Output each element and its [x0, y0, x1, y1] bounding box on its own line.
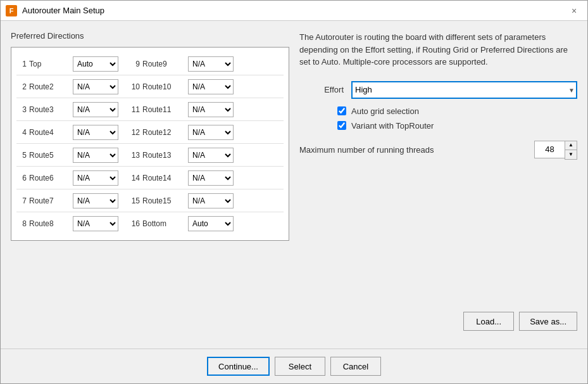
- direction-select-left[interactable]: N/AAutoHorizontalVerticalDiagonalAny: [73, 125, 118, 140]
- main-window: F Autorouter Main Setup × Preferred Dire…: [0, 0, 588, 384]
- auto-grid-label: Auto grid selection: [351, 106, 419, 116]
- auto-grid-checkbox[interactable]: [337, 106, 346, 115]
- direction-select-right[interactable]: N/AAutoHorizontalVerticalDiagonalAny: [188, 125, 234, 140]
- row-label-left: Route2: [29, 82, 70, 91]
- row-label-left: Route4: [29, 128, 70, 137]
- threads-input[interactable]: [534, 141, 565, 158]
- row-num-right: 13: [126, 151, 140, 160]
- cancel-button[interactable]: Cancel: [330, 357, 381, 376]
- row-num-left: 8: [16, 219, 27, 228]
- auto-grid-row: Auto grid selection: [337, 106, 577, 116]
- row-dropdown-left: N/AAutoHorizontalVerticalDiagonalAny: [73, 56, 118, 72]
- app-icon: F: [6, 5, 17, 16]
- row-dropdown-left: N/AAutoHorizontalVerticalDiagonalAny: [73, 102, 118, 117]
- variant-label: Variant with TopRouter: [351, 121, 434, 131]
- variant-checkbox[interactable]: [337, 121, 346, 130]
- grid-row: 1 Top N/AAutoHorizontalVerticalDiagonalA…: [16, 53, 284, 75]
- left-panel: Preferred Directions 1 Top N/AAutoHorizo…: [11, 31, 289, 338]
- direction-select-left[interactable]: N/AAutoHorizontalVerticalDiagonalAny: [73, 79, 118, 94]
- grid-row: 2 Route2 N/AAutoHorizontalVerticalDiagon…: [16, 75, 284, 98]
- direction-select-right[interactable]: N/AAutoHorizontalVerticalDiagonalAny: [188, 170, 234, 186]
- grid-row: 6 Route6 N/AAutoHorizontalVerticalDiagon…: [16, 167, 284, 189]
- threads-row: Maximum number of running threads ▲ ▼: [299, 141, 577, 160]
- row-dropdown-left: N/AAutoHorizontalVerticalDiagonalAny: [73, 170, 118, 186]
- row-num-right: 14: [126, 174, 140, 182]
- direction-select-left[interactable]: N/AAutoHorizontalVerticalDiagonalAny: [73, 148, 118, 163]
- row-num-left: 2: [16, 82, 27, 91]
- row-label-right: Route10: [142, 82, 185, 91]
- row-num-left: 5: [16, 151, 27, 160]
- continue-button[interactable]: Continue...: [207, 357, 270, 376]
- grid-row: 4 Route4 N/AAutoHorizontalVerticalDiagon…: [16, 121, 284, 144]
- direction-select-left[interactable]: N/AAutoHorizontalVerticalDiagonalAny: [73, 56, 118, 72]
- row-label-left: Top: [29, 60, 70, 68]
- row-dropdown-right: N/AAutoHorizontalVerticalDiagonalAny: [188, 79, 234, 94]
- row-label-right: Bottom: [142, 219, 185, 228]
- grid-row: 5 Route5 N/AAutoHorizontalVerticalDiagon…: [16, 144, 284, 167]
- row-num-right: 9: [126, 60, 140, 68]
- row-num-right: 15: [126, 196, 140, 205]
- row-num-left: 4: [16, 128, 27, 137]
- row-label-left: Route7: [29, 196, 70, 205]
- row-dropdown-left: N/AAutoHorizontalVerticalDiagonalAny: [73, 79, 118, 94]
- variant-row: Variant with TopRouter: [337, 121, 577, 131]
- row-label-left: Route8: [29, 219, 70, 228]
- titlebar-left: F Autorouter Main Setup: [6, 5, 104, 16]
- content-area: Preferred Directions 1 Top N/AAutoHorizo…: [1, 21, 587, 349]
- row-label-right: Route9: [142, 60, 185, 68]
- row-num-left: 7: [16, 196, 27, 205]
- right-panel: The Autorouter is routing the board with…: [299, 31, 577, 338]
- directions-grid: 1 Top N/AAutoHorizontalVerticalDiagonalA…: [11, 47, 289, 241]
- row-num-left: 6: [16, 174, 27, 182]
- direction-select-left[interactable]: N/AAutoHorizontalVerticalDiagonalAny: [73, 216, 118, 231]
- effort-label: Effort: [312, 85, 344, 94]
- row-dropdown-right: N/AAutoHorizontalVerticalDiagonalAny: [188, 102, 234, 117]
- row-label-left: Route5: [29, 151, 70, 160]
- select-button[interactable]: Select: [275, 357, 325, 376]
- effort-select[interactable]: LowMediumHighMaximum: [351, 81, 577, 99]
- row-label-right: Route13: [142, 151, 185, 160]
- load-save-row: Load... Save as...: [299, 312, 577, 331]
- direction-select-right[interactable]: N/AAutoHorizontalVerticalDiagonalAny: [188, 102, 234, 117]
- row-label-right: Route15: [142, 196, 185, 205]
- close-button[interactable]: ×: [566, 3, 582, 19]
- spinner-buttons: ▲ ▼: [565, 141, 577, 160]
- direction-select-right[interactable]: N/AAutoHorizontalVerticalDiagonalAny: [188, 79, 234, 94]
- row-dropdown-left: N/AAutoHorizontalVerticalDiagonalAny: [73, 193, 118, 208]
- footer: Continue... Select Cancel: [1, 349, 587, 383]
- grid-row: 8 Route8 N/AAutoHorizontalVerticalDiagon…: [16, 212, 284, 235]
- row-dropdown-right: N/AAutoHorizontalVerticalDiagonalAny: [188, 216, 234, 231]
- row-dropdown-left: N/AAutoHorizontalVerticalDiagonalAny: [73, 148, 118, 163]
- direction-select-left[interactable]: N/AAutoHorizontalVerticalDiagonalAny: [73, 193, 118, 208]
- description-text: The Autorouter is routing the board with…: [299, 31, 577, 68]
- direction-select-left[interactable]: N/AAutoHorizontalVerticalDiagonalAny: [73, 102, 118, 117]
- direction-select-right[interactable]: N/AAutoHorizontalVerticalDiagonalAny: [188, 216, 234, 231]
- load-button[interactable]: Load...: [463, 312, 514, 331]
- row-dropdown-right: N/AAutoHorizontalVerticalDiagonalAny: [188, 193, 234, 208]
- row-num-right: 11: [126, 105, 140, 114]
- row-label-right: Route12: [142, 128, 185, 137]
- grid-row: 3 Route3 N/AAutoHorizontalVerticalDiagon…: [16, 98, 284, 121]
- row-num-left: 3: [16, 105, 27, 114]
- row-dropdown-right: N/AAutoHorizontalVerticalDiagonalAny: [188, 56, 234, 72]
- direction-select-right[interactable]: N/AAutoHorizontalVerticalDiagonalAny: [188, 148, 234, 163]
- row-num-right: 16: [126, 219, 140, 228]
- row-dropdown-right: N/AAutoHorizontalVerticalDiagonalAny: [188, 148, 234, 163]
- direction-select-left[interactable]: N/AAutoHorizontalVerticalDiagonalAny: [73, 170, 118, 186]
- save-as-button[interactable]: Save as...: [519, 312, 577, 331]
- window-title: Autorouter Main Setup: [22, 6, 104, 15]
- row-label-right: Route11: [142, 105, 185, 114]
- row-label-left: Route3: [29, 105, 70, 114]
- row-num-right: 10: [126, 82, 140, 91]
- row-dropdown-right: N/AAutoHorizontalVerticalDiagonalAny: [188, 170, 234, 186]
- titlebar: F Autorouter Main Setup ×: [1, 1, 587, 21]
- row-label-left: Route6: [29, 174, 70, 182]
- direction-select-right[interactable]: N/AAutoHorizontalVerticalDiagonalAny: [188, 193, 234, 208]
- effort-select-wrapper: LowMediumHighMaximum ▼: [351, 81, 577, 99]
- spinner-up-button[interactable]: ▲: [565, 141, 577, 150]
- section-title: Preferred Directions: [11, 31, 289, 41]
- grid-row: 7 Route7 N/AAutoHorizontalVerticalDiagon…: [16, 189, 284, 212]
- direction-select-right[interactable]: N/AAutoHorizontalVerticalDiagonalAny: [188, 56, 234, 72]
- spinner-down-button[interactable]: ▼: [565, 150, 577, 159]
- threads-label: Maximum number of running threads: [299, 145, 529, 155]
